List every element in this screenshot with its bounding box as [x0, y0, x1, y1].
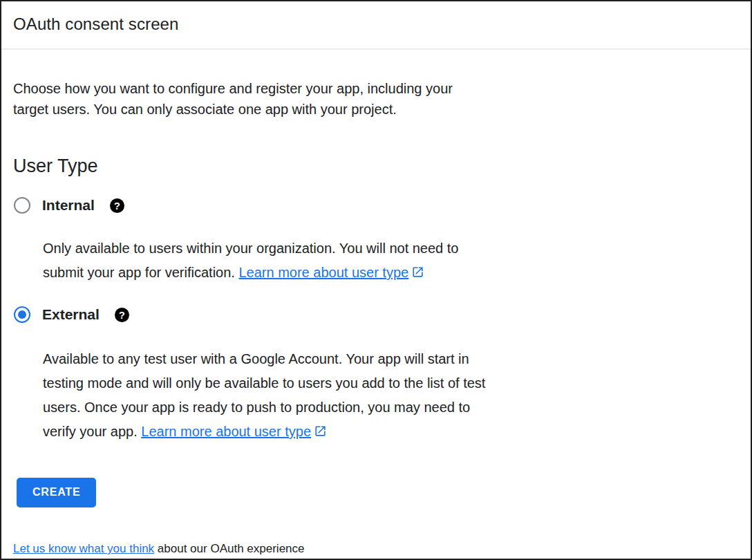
external-desc-line-1: Available to any test user with a Google…	[43, 351, 469, 366]
intro-line-2: target users. You can only associate one…	[13, 99, 734, 120]
internal-desc-line-2: submit your app for verification.	[43, 265, 238, 280]
external-desc-line-3: users. Once your app is ready to push to…	[43, 400, 470, 415]
user-type-heading: User Type	[13, 156, 734, 177]
radio-internal-unselected[interactable]	[14, 197, 30, 214]
main-content: Choose how you want to configure and reg…	[1, 50, 751, 556]
internal-desc-line-1: Only available to users within your orga…	[43, 241, 458, 256]
radio-external-selected[interactable]	[14, 306, 30, 323]
external-description: Available to any test user with a Google…	[43, 347, 582, 445]
radio-option-external[interactable]: External ?	[13, 306, 734, 323]
page-title: OAuth consent screen	[13, 15, 734, 34]
learn-more-link-external[interactable]: Learn more about user type	[141, 424, 311, 439]
feedback-text: about our OAuth experience	[154, 542, 304, 555]
open-in-new-icon[interactable]	[411, 262, 424, 286]
radio-label-external[interactable]: External	[42, 306, 100, 323]
help-icon[interactable]: ?	[115, 308, 129, 322]
intro-text: Choose how you want to configure and reg…	[13, 78, 734, 120]
feedback-footer: Let us know what you think about our OAu…	[13, 542, 734, 556]
help-icon[interactable]: ?	[110, 198, 124, 213]
intro-line-1: Choose how you want to configure and reg…	[13, 78, 734, 99]
radio-dot	[18, 310, 26, 319]
internal-description: Only available to users within your orga…	[43, 236, 582, 286]
radio-dot	[18, 201, 26, 209]
external-desc-line-4: verify your app.	[43, 424, 141, 439]
radio-option-internal[interactable]: Internal ?	[13, 197, 734, 214]
open-in-new-icon[interactable]	[314, 421, 327, 445]
page-header: OAuth consent screen	[1, 1, 751, 48]
learn-more-link-internal[interactable]: Learn more about user type	[238, 265, 408, 280]
oauth-consent-page: { "page": { "title": "OAuth consent scre…	[0, 0, 752, 560]
create-button[interactable]: CREATE	[17, 478, 96, 507]
external-desc-line-2: testing mode and will only be available …	[43, 375, 485, 391]
feedback-link[interactable]: Let us know what you think	[13, 542, 154, 555]
radio-label-internal[interactable]: Internal	[42, 197, 95, 214]
